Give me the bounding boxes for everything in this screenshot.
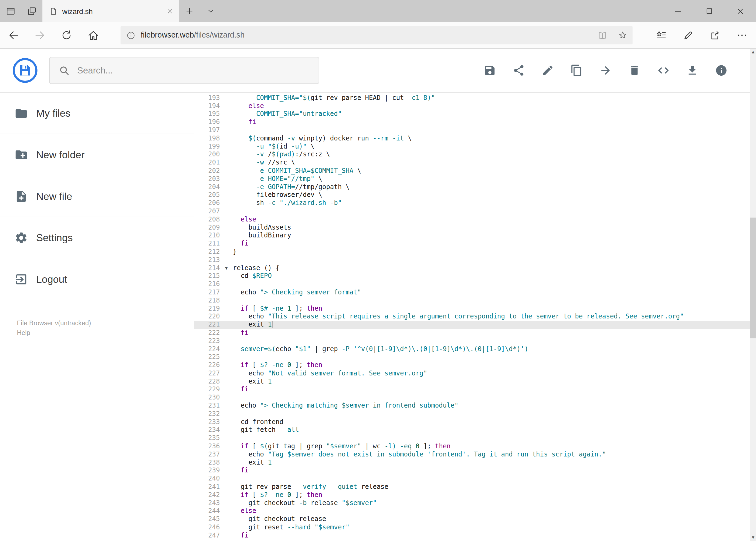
copy-button[interactable] [562, 56, 591, 85]
code-line-202[interactable]: 202 -e COMMIT_SHA=$COMMIT_SHA \ [194, 167, 750, 175]
site-info-icon[interactable] [121, 31, 141, 40]
code-button[interactable] [649, 56, 678, 85]
code-line-230[interactable]: 230 [194, 394, 750, 402]
favorite-star-button[interactable] [613, 30, 632, 41]
code-line-220[interactable]: 220 echo "This release script requires a… [194, 313, 750, 321]
search-input[interactable] [77, 65, 319, 76]
code-line-231[interactable]: 231 echo "> Checking matching $semver in… [194, 402, 750, 410]
page-scrollbar[interactable]: ▲ ▼ [750, 49, 756, 541]
code-line-239[interactable]: 239 fi [194, 467, 750, 475]
code-line-233[interactable]: 233 cd frontend [194, 418, 750, 426]
info-button[interactable] [707, 56, 736, 85]
set-tabs-aside-button[interactable] [21, 0, 43, 22]
code-line-206[interactable]: 206 sh -c "./wizard.sh -b" [194, 199, 750, 208]
code-line-218[interactable]: 218 [194, 296, 750, 305]
code-line-238[interactable]: 238 exit 1 [194, 459, 750, 467]
sidebar-item-logout[interactable]: Logout [0, 259, 194, 300]
code-line-213[interactable]: 213 [194, 256, 750, 264]
code-line-196[interactable]: 196 fi [194, 118, 750, 126]
search-box[interactable] [49, 57, 319, 84]
code-line-195[interactable]: 195 COMMIT_SHA="untracked" [194, 110, 750, 118]
browser-tab[interactable]: wizard.sh [42, 0, 179, 22]
code-line-201[interactable]: 201 -w //src \ [194, 159, 750, 167]
code-line-215[interactable]: 215 cd $REPO [194, 272, 750, 280]
code-line-225[interactable]: 225 [194, 353, 750, 361]
code-line-200[interactable]: 200 -v /$(pwd):/src:z \ [194, 151, 750, 159]
filebrowser-logo[interactable] [12, 58, 38, 84]
code-line-242[interactable]: 242 if [ $? -ne 0 ]; then [194, 491, 750, 499]
code-line-244[interactable]: 244 else [194, 507, 750, 515]
code-line-234[interactable]: 234 git fetch --all [194, 426, 750, 434]
sidebar-item-settings[interactable]: Settings [0, 217, 194, 259]
scroll-up-arrow-icon[interactable]: ▲ [750, 49, 756, 55]
code-line-199[interactable]: 199 -u "$(id -u)" \ [194, 143, 750, 151]
tab-preview-button[interactable] [0, 0, 21, 22]
code-line-235[interactable]: 235 [194, 434, 750, 442]
hub-button[interactable] [647, 29, 674, 41]
code-line-205[interactable]: 205 filebrowser/dev \ [194, 191, 750, 199]
code-line-214[interactable]: 214▾release () { [194, 264, 750, 272]
code-line-211[interactable]: 211 fi [194, 240, 750, 248]
code-line-197[interactable]: 197 [194, 126, 750, 135]
home-button[interactable] [80, 29, 107, 41]
code-line-246[interactable]: 246 git reset --hard "$semver" [194, 523, 750, 532]
tab-list-button[interactable] [200, 0, 221, 22]
share-button[interactable] [701, 30, 728, 41]
web-note-button[interactable] [674, 30, 701, 41]
fold-marker-icon[interactable]: ▾ [220, 264, 233, 272]
refresh-button[interactable] [53, 29, 79, 41]
code-line-241[interactable]: 241 git rev-parse --verify --quiet relea… [194, 483, 750, 491]
code-line-210[interactable]: 210 buildBinary [194, 232, 750, 240]
address-bar[interactable]: filebrowser.web/files/wizard.sh [121, 26, 632, 44]
code-line-243[interactable]: 243 git checkout -b release "$semver" [194, 499, 750, 507]
code-line-193[interactable]: 193 COMMIT_SHA="$(git rev-parse HEAD | c… [194, 94, 750, 102]
code-line-237[interactable]: 237 echo "Tag $semver does not exist in … [194, 450, 750, 459]
forward-button[interactable] [26, 29, 53, 41]
tab-close-button[interactable] [167, 8, 173, 14]
code-line-216[interactable]: 216 [194, 280, 750, 288]
maximize-button[interactable] [693, 0, 725, 22]
code-line-227[interactable]: 227 echo "Not valid semver format. See s… [194, 369, 750, 377]
code-line-245[interactable]: 245 git checkout release [194, 515, 750, 523]
code-line-240[interactable]: 240 [194, 475, 750, 483]
code-line-217[interactable]: 217 echo "> Checking semver format" [194, 288, 750, 296]
code-line-208[interactable]: 208 else [194, 216, 750, 224]
code-line-209[interactable]: 209 buildAssets [194, 224, 750, 232]
minimize-button[interactable] [662, 0, 693, 22]
code-line-236[interactable]: 236 if [ $(git tag | grep "$semver" | wc… [194, 442, 750, 450]
sidebar-item-new-folder[interactable]: New folder [0, 134, 194, 176]
more-options-button[interactable] [728, 30, 755, 41]
code-line-212[interactable]: 212} [194, 248, 750, 256]
code-editor[interactable]: 192 if command -v git &>/dev/null; then1… [194, 93, 750, 541]
back-button[interactable] [0, 29, 26, 41]
move-button[interactable] [591, 56, 620, 85]
share-button[interactable] [504, 56, 533, 85]
code-line-232[interactable]: 232 [194, 410, 750, 418]
sidebar-item-my-files[interactable]: My files [0, 93, 194, 134]
save-button[interactable] [475, 56, 504, 85]
code-line-207[interactable]: 207 [194, 208, 750, 216]
close-button[interactable] [725, 0, 756, 22]
code-line-229[interactable]: 229 fi [194, 386, 750, 394]
download-button[interactable] [678, 56, 707, 85]
code-line-223[interactable]: 223 [194, 337, 750, 345]
code-line-247[interactable]: 247 fi [194, 532, 750, 540]
scroll-down-arrow-icon[interactable]: ▼ [750, 534, 756, 541]
code-line-222[interactable]: 222 fi [194, 329, 750, 337]
code-line-224[interactable]: 224 semver=$(echo "$1" | grep -P '^v(0|[… [194, 345, 750, 353]
sidebar-item-new-file[interactable]: New file [0, 176, 194, 217]
code-line-228[interactable]: 228 exit 1 [194, 377, 750, 386]
code-line-194[interactable]: 194 else [194, 102, 750, 110]
code-line-204[interactable]: 204 -e GOPATH=//tmp/gopath \ [194, 183, 750, 191]
code-line-226[interactable]: 226 if [ $? -ne 0 ]; then [194, 361, 750, 369]
reading-view-button[interactable] [592, 30, 613, 41]
scrollbar-thumb[interactable] [750, 218, 756, 338]
help-link[interactable]: Help [17, 328, 91, 338]
edit-button[interactable] [533, 56, 562, 85]
new-tab-button[interactable] [179, 0, 200, 22]
code-line-219[interactable]: 219 if [ $# -ne 1 ]; then [194, 305, 750, 313]
delete-button[interactable] [620, 56, 649, 85]
code-line-198[interactable]: 198 $(command -v winpty) docker run --rm… [194, 135, 750, 143]
code-line-221[interactable]: 221 exit 1 [194, 321, 750, 329]
code-line-203[interactable]: 203 -e HOME="//tmp" \ [194, 175, 750, 183]
